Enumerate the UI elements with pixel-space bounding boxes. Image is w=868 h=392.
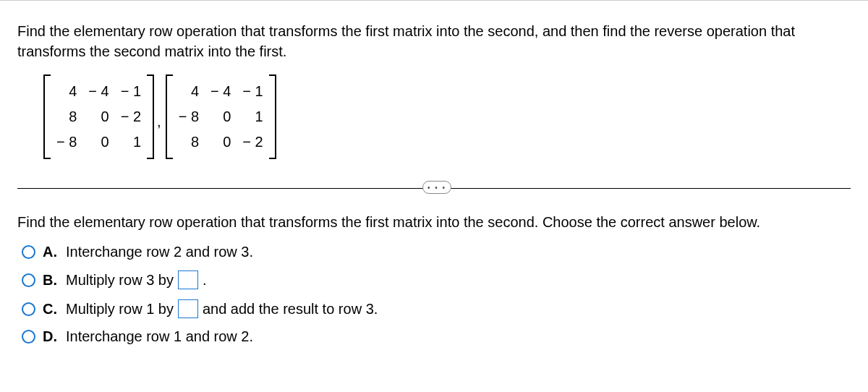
option-c-text-before: Multiply row 1 by bbox=[66, 301, 174, 318]
expand-button[interactable]: • • • bbox=[422, 181, 451, 194]
m2-r2c1: − 8 bbox=[173, 104, 205, 129]
radio-a[interactable] bbox=[22, 245, 35, 259]
m2-r3c3: − 2 bbox=[237, 129, 268, 155]
option-a-text: Interchange row 2 and row 3. bbox=[66, 244, 253, 260]
m2-r2c3: 1 bbox=[237, 104, 268, 129]
option-b-text-after: . bbox=[203, 272, 207, 289]
option-c-letter: C. bbox=[43, 301, 57, 318]
matrix-2: 4 − 4 − 1 − 8 0 1 8 0 − 2 bbox=[166, 74, 276, 159]
matrices-display: 4 − 4 − 1 8 0 − 2 − 8 0 1 , bbox=[43, 74, 851, 159]
radio-c[interactable] bbox=[22, 302, 35, 316]
m2-r2c2: 0 bbox=[205, 104, 237, 129]
m2-r3c1: 8 bbox=[173, 129, 205, 155]
sub-question-prompt: Find the elementary row operation that t… bbox=[17, 214, 851, 231]
option-b-text-before: Multiply row 3 by bbox=[66, 272, 174, 289]
m1-r3c3: 1 bbox=[115, 129, 147, 155]
option-c-text-after: and add the result to row 3. bbox=[203, 301, 378, 318]
m1-r3c2: 0 bbox=[82, 129, 114, 155]
radio-b[interactable] bbox=[22, 273, 35, 287]
option-b[interactable]: B. Multiply row 3 by . bbox=[22, 270, 851, 289]
option-c-input[interactable] bbox=[178, 299, 198, 318]
m1-r2c2: 0 bbox=[82, 104, 114, 129]
option-a-letter: A. bbox=[43, 244, 57, 260]
option-c[interactable]: C. Multiply row 1 by and add the result … bbox=[22, 299, 851, 318]
option-b-input[interactable] bbox=[178, 270, 198, 289]
matrix-separator: , bbox=[157, 114, 161, 159]
m1-r2c3: − 2 bbox=[115, 104, 147, 129]
question-prompt: Find the elementary row operation that t… bbox=[17, 21, 851, 61]
m2-r1c2: − 4 bbox=[205, 79, 237, 104]
m1-r1c1: 4 bbox=[51, 79, 82, 104]
option-b-letter: B. bbox=[43, 272, 57, 289]
matrix-1: 4 − 4 − 1 8 0 − 2 − 8 0 1 bbox=[43, 74, 154, 159]
answer-options: A. Interchange row 2 and row 3. B. Multi… bbox=[22, 244, 851, 345]
m2-r1c3: − 1 bbox=[237, 79, 268, 104]
m2-r1c1: 4 bbox=[173, 79, 205, 104]
option-d-text: Interchange row 1 and row 2. bbox=[66, 328, 253, 345]
m1-r3c1: − 8 bbox=[51, 129, 82, 155]
option-a[interactable]: A. Interchange row 2 and row 3. bbox=[22, 244, 851, 260]
option-d[interactable]: D. Interchange row 1 and row 2. bbox=[22, 328, 851, 345]
radio-d[interactable] bbox=[22, 330, 35, 344]
option-d-letter: D. bbox=[43, 328, 57, 345]
m1-r2c1: 8 bbox=[51, 104, 82, 129]
m1-r1c3: − 1 bbox=[115, 79, 147, 104]
m2-r3c2: 0 bbox=[205, 129, 237, 155]
m1-r1c2: − 4 bbox=[82, 79, 114, 104]
